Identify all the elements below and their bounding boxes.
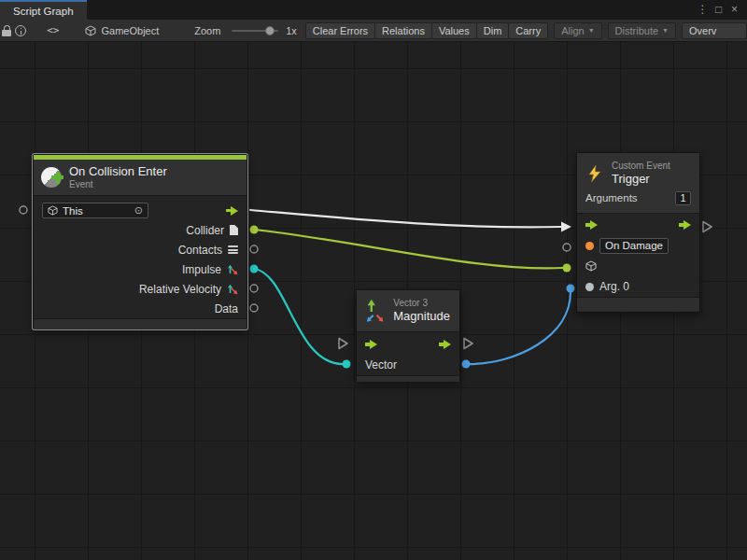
gameobject-label: GameObject <box>102 25 160 36</box>
zoom-value: 1x <box>286 25 297 36</box>
object-picker-icon[interactable]: ⊙ <box>134 204 143 217</box>
lock-icon <box>2 25 11 36</box>
unity-visual-scripting-window: Script Graph ⋮ □ × <> GameObject Zoom <box>0 0 747 560</box>
control-row <box>357 334 459 355</box>
node-header: Vector 3 Magnitude <box>357 290 459 331</box>
node-category: Custom Event <box>612 161 670 172</box>
vector3-type-icon <box>227 284 238 295</box>
port-row-target: This ⊙ <box>34 201 247 220</box>
titlebar: Script Graph ⋮ □ × <box>0 0 747 20</box>
tab-script-graph[interactable]: Script Graph <box>0 0 87 20</box>
port-label: Contacts <box>178 244 222 257</box>
overview-button[interactable]: Overv <box>682 22 747 39</box>
target-field[interactable]: This ⊙ <box>42 203 148 218</box>
port-label: Vector <box>365 358 397 371</box>
collider-type-icon <box>230 225 238 235</box>
gameobject-cube-icon <box>48 205 58 216</box>
port-arg0-input[interactable] <box>567 285 575 293</box>
node-title: Trigger <box>612 172 670 187</box>
lock-button[interactable] <box>0 20 14 42</box>
clear-errors-button[interactable]: Clear Errors <box>305 22 375 39</box>
custom-event-icon <box>585 164 604 183</box>
port-row-impulse: Impulse <box>34 259 247 279</box>
chevron-down-icon: ▼ <box>662 27 669 34</box>
node-body: This ⊙ Collider Contacts Impulse <box>34 195 247 318</box>
port-label: Data <box>215 302 238 315</box>
port-vector-input[interactable] <box>343 360 351 369</box>
on-collision-enter-icon <box>41 167 62 188</box>
values-button[interactable]: Values <box>431 22 477 39</box>
port-event-name-input[interactable] <box>563 244 571 251</box>
node-title: On Collision Enter <box>69 164 167 179</box>
node-subtitle: Event <box>69 179 167 190</box>
string-literal-port-dot[interactable] <box>585 242 594 250</box>
port-contacts-output[interactable] <box>250 245 258 253</box>
port-magnitude-output[interactable] <box>462 360 471 369</box>
arguments-count-field[interactable]: 1 <box>675 191 691 205</box>
gameobject-icon <box>85 25 96 36</box>
port-trigger-target-input[interactable] <box>563 264 571 273</box>
window-maximize-icon[interactable]: □ <box>711 0 726 20</box>
arg0-port-dot[interactable] <box>585 283 594 291</box>
window-close-icon[interactable]: × <box>726 0 742 20</box>
distribute-dropdown[interactable]: Distribute ▼ <box>608 22 676 39</box>
port-impulse-output[interactable] <box>250 265 259 273</box>
dim-button[interactable]: Dim <box>476 22 510 39</box>
event-name-field[interactable]: On Damage <box>599 238 669 254</box>
align-label: Align <box>561 25 584 36</box>
zoom-slider-knob[interactable] <box>265 26 275 35</box>
port-magnitude-control-output[interactable] <box>464 339 472 349</box>
port-label: Relative Velocity <box>139 283 221 296</box>
graph-canvas[interactable]: On Collision Enter Event This ⊙ <box>0 42 747 560</box>
tab-label: Script Graph <box>13 6 74 17</box>
list-type-icon <box>228 245 238 255</box>
control-input-arrow-icon[interactable] <box>365 340 377 349</box>
target-value: This <box>63 205 83 217</box>
event-name-value: On Damage <box>605 240 663 251</box>
port-row-contacts: Contacts <box>34 240 247 259</box>
port-trigger-control-output[interactable] <box>703 222 712 232</box>
control-output-arrow-icon[interactable] <box>226 206 238 216</box>
node-footer <box>357 375 459 382</box>
wire-control-flow <box>250 210 561 227</box>
port-row-relative-velocity: Relative Velocity <box>34 279 247 299</box>
code-icon: <> <box>47 24 59 36</box>
node-header: Custom Event Trigger Arguments 1 <box>577 153 699 213</box>
node-trigger-custom-event[interactable]: Custom Event Trigger Arguments 1 <box>576 152 700 313</box>
window-controls: ⋮ □ × <box>695 0 747 20</box>
control-output-arrow-icon[interactable] <box>439 340 451 349</box>
zoom-slider[interactable] <box>232 25 278 36</box>
info-icon <box>15 25 26 36</box>
node-on-collision-enter[interactable]: On Collision Enter Event This ⊙ <box>33 154 247 329</box>
node-header: On Collision Enter Event <box>34 160 247 195</box>
port-label: Impulse <box>182 263 221 276</box>
align-dropdown[interactable]: Align ▼ <box>554 22 601 39</box>
control-input-arrow-icon[interactable] <box>585 220 598 230</box>
carry-button[interactable]: Carry <box>508 22 548 39</box>
wire-collider <box>254 230 563 268</box>
port-row-vector: Vector <box>357 355 459 375</box>
gameobject-reference[interactable]: GameObject <box>85 25 160 36</box>
node-title: Magnitude <box>393 309 450 324</box>
node-vector3-magnitude[interactable]: Vector 3 Magnitude Vector <box>356 289 460 382</box>
control-output-arrow-icon[interactable] <box>679 220 691 230</box>
graph-code-button[interactable]: <> <box>44 22 62 39</box>
wire-control-arrowhead-icon <box>561 222 571 232</box>
arguments-label: Arguments <box>585 192 638 203</box>
inspect-button[interactable] <box>14 20 28 42</box>
port-row-data: Data <box>34 299 247 318</box>
control-row <box>577 215 699 235</box>
relations-button[interactable]: Relations <box>374 22 432 39</box>
port-magnitude-control-input[interactable] <box>339 339 347 349</box>
vector3-type-icon <box>227 264 238 275</box>
port-data-output[interactable] <box>250 304 258 312</box>
port-row-collider: Collider <box>34 220 247 240</box>
port-row-arg0: Arg. 0 <box>577 276 699 297</box>
window-menu-icon[interactable]: ⋮ <box>695 0 711 20</box>
port-relative-velocity-output[interactable] <box>250 285 258 292</box>
distribute-label: Distribute <box>615 25 658 36</box>
port-collider-output[interactable] <box>250 226 259 234</box>
toolbar-button-group: Clear Errors Relations Values Dim Carry <box>306 22 548 39</box>
graph-toolbar: <> GameObject Zoom 1x Clear Errors Relat… <box>0 20 747 42</box>
port-event-target-input[interactable] <box>20 206 27 214</box>
